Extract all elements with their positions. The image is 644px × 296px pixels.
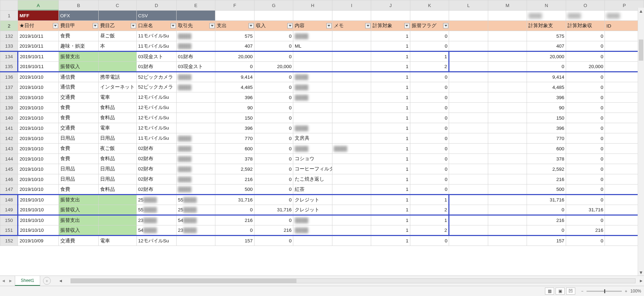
cell-O140[interactable]: 0: [566, 113, 605, 123]
zoom-slider[interactable]: [587, 291, 622, 292]
cell-J150[interactable]: 1: [371, 215, 410, 225]
filter-button-H[interactable]: [326, 23, 332, 29]
cell-I138[interactable]: [332, 92, 371, 103]
cell-G152[interactable]: 0: [254, 236, 293, 246]
cell-L147[interactable]: [449, 185, 488, 195]
cell-J1[interactable]: [371, 11, 410, 21]
column-header-E[interactable]: E: [176, 0, 215, 11]
filter-button-K[interactable]: [443, 23, 448, 29]
cell-N140[interactable]: 150: [527, 113, 566, 123]
cell-G143[interactable]: 0: [254, 144, 293, 154]
header-cell-M[interactable]: [488, 21, 527, 31]
cell-C136[interactable]: 携帯電話: [98, 72, 136, 82]
cell-I141[interactable]: [332, 123, 371, 133]
cell-B146[interactable]: 日用品: [59, 174, 98, 185]
cell-C141[interactable]: 電車: [98, 123, 136, 133]
cell-I144[interactable]: [332, 154, 371, 164]
header-cell-J[interactable]: 計算対象: [371, 21, 410, 31]
cell-E141[interactable]: [176, 123, 215, 133]
cell-H150[interactable]: ████: [293, 215, 332, 225]
cell-E152[interactable]: [176, 236, 215, 246]
cell-B144[interactable]: 食費: [59, 154, 98, 164]
cell-G139[interactable]: 0: [254, 103, 293, 113]
cell-O147[interactable]: 0: [566, 185, 605, 195]
cell-N144[interactable]: 378: [527, 154, 566, 164]
cell-M137[interactable]: [488, 82, 527, 92]
row-header-1[interactable]: 1: [0, 11, 18, 21]
cell-H139[interactable]: [293, 103, 332, 113]
cell-D138[interactable]: 12モバイルSu: [136, 92, 176, 103]
cell-E150[interactable]: 54████: [176, 215, 215, 225]
cell-D137[interactable]: 52ビックカメラ: [136, 82, 176, 92]
column-header-J[interactable]: J: [371, 0, 410, 11]
cell-I147[interactable]: [332, 185, 371, 195]
cell-M1[interactable]: [488, 11, 527, 21]
header-cell-F[interactable]: 支出: [215, 21, 254, 31]
cell-O134[interactable]: 0: [566, 52, 605, 62]
cell-O133[interactable]: 0: [566, 41, 605, 52]
cell-L150[interactable]: [449, 215, 488, 225]
cell-N135[interactable]: 0: [527, 62, 566, 72]
cell-K151[interactable]: 2: [410, 225, 449, 236]
cell-F143[interactable]: 600: [215, 144, 254, 154]
cell-H148[interactable]: クレジット: [293, 195, 332, 205]
cell-N147[interactable]: 500: [527, 185, 566, 195]
header-cell-C[interactable]: 費目乙: [98, 21, 136, 31]
cell-C150[interactable]: [98, 215, 136, 225]
cell-E146[interactable]: ████: [176, 174, 215, 185]
column-header-C[interactable]: C: [98, 0, 136, 11]
header-cell-G[interactable]: 収入: [254, 21, 293, 31]
cell-J141[interactable]: 1: [371, 123, 410, 133]
cell-G1[interactable]: [254, 11, 293, 21]
cell-I135[interactable]: [332, 62, 371, 72]
cell-N143[interactable]: 600: [527, 144, 566, 154]
cell-C144[interactable]: 食料品: [98, 154, 136, 164]
column-header-I[interactable]: I: [332, 0, 371, 11]
cell-N1[interactable]: ████: [527, 11, 566, 21]
cell-O138[interactable]: 0: [566, 92, 605, 103]
cell-H135[interactable]: [293, 62, 332, 72]
cell-G151[interactable]: 216: [254, 225, 293, 236]
cell-J134[interactable]: 1: [371, 52, 410, 62]
row-header-151[interactable]: 151: [0, 225, 18, 236]
cell-O145[interactable]: 0: [566, 164, 605, 174]
cell-G140[interactable]: 0: [254, 113, 293, 123]
header-cell-H[interactable]: 内容: [293, 21, 332, 31]
cell-N149[interactable]: 0: [527, 205, 566, 215]
cell-H137[interactable]: ████: [293, 82, 332, 92]
header-cell-B[interactable]: 費目甲: [59, 21, 98, 31]
cell-F1[interactable]: [215, 11, 254, 21]
cell-L149[interactable]: [449, 205, 488, 215]
cell-G149[interactable]: 31,716: [254, 205, 293, 215]
cell-K1[interactable]: [410, 11, 449, 21]
cell-B147[interactable]: 食費: [59, 185, 98, 195]
cell-G145[interactable]: 0: [254, 164, 293, 174]
cell-B136[interactable]: 通信費: [59, 72, 98, 82]
cell-D134[interactable]: 03現金スト: [136, 52, 176, 62]
cell-G150[interactable]: 0: [254, 215, 293, 225]
cell-F139[interactable]: 90: [215, 103, 254, 113]
cell-F138[interactable]: 396: [215, 92, 254, 103]
cell-H143[interactable]: ████: [293, 144, 332, 154]
cell-G135[interactable]: 20,000: [254, 62, 293, 72]
row-header-148[interactable]: 148: [0, 195, 18, 205]
cell-L133[interactable]: [449, 41, 488, 52]
cell-M143[interactable]: [488, 144, 527, 154]
cell-M136[interactable]: [488, 72, 527, 82]
filter-button-D[interactable]: [171, 23, 176, 29]
cell-D144[interactable]: 02財布: [136, 154, 176, 164]
cell-L146[interactable]: [449, 174, 488, 185]
cell-F145[interactable]: 2,592: [215, 164, 254, 174]
horizontal-scrollbar[interactable]: [70, 278, 636, 283]
cell-A145[interactable]: 2019/10/10: [18, 164, 59, 174]
cell-F152[interactable]: 157: [215, 236, 254, 246]
hscroll-left-arrow[interactable]: ◄: [58, 278, 63, 284]
cell-G134[interactable]: 0: [254, 52, 293, 62]
cell-O136[interactable]: 0: [566, 72, 605, 82]
cell-E134[interactable]: 01財布: [176, 52, 215, 62]
row-header-152[interactable]: 152: [0, 236, 18, 246]
cell-B141[interactable]: 交通費: [59, 123, 98, 133]
hscroll-thumb[interactable]: [71, 279, 296, 283]
cell-C139[interactable]: 食料品: [98, 103, 136, 113]
cell-D152[interactable]: 12モバイルSu: [136, 236, 176, 246]
